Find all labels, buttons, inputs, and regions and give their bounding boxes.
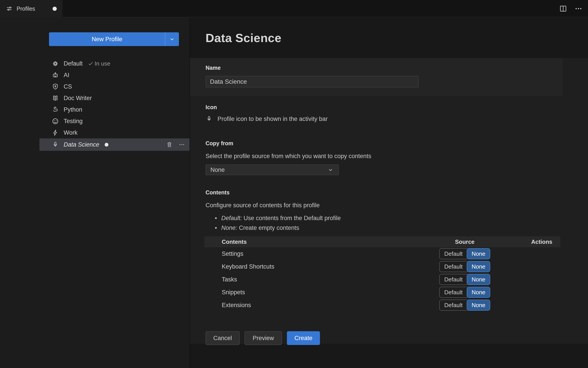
trash-icon[interactable] [166, 141, 173, 148]
source-toggle: Default None [439, 261, 490, 272]
new-profile-label: New Profile [49, 32, 165, 46]
profile-item-testing[interactable]: Testing [39, 115, 190, 127]
bullet-default: • Default: Use contents from the Default… [205, 213, 588, 223]
source-default-button[interactable]: Default [439, 248, 467, 259]
profile-label: Data Science [64, 141, 99, 148]
source-toggle: Default None [439, 287, 490, 298]
cancel-button[interactable]: Cancel [205, 331, 240, 345]
header-contents: Contents [204, 239, 439, 245]
profile-label: Work [64, 129, 77, 136]
profile-detail-pane: Data Science Name Icon Profile ico [190, 17, 588, 368]
source-default-button[interactable]: Default [439, 261, 467, 272]
zap-icon [52, 129, 59, 136]
contents-description: Configure source of contents for this pr… [205, 202, 588, 209]
source-toggle: Default None [439, 300, 490, 311]
profile-item-ai[interactable]: AI [39, 69, 190, 81]
table-row-snippets: Snippets Default None [204, 286, 560, 299]
table-row-tasks: Tasks Default None [204, 273, 560, 286]
sliders-icon [6, 5, 13, 12]
name-label: Name [205, 65, 562, 71]
profile-list: Default In use [39, 58, 190, 151]
create-button[interactable]: Create [287, 331, 320, 345]
more-actions-icon[interactable] [574, 4, 583, 13]
contents-bullet-list: • Default: Use contents from the Default… [205, 213, 588, 233]
source-default-button[interactable]: Default [439, 274, 467, 285]
in-use-badge: In use [87, 60, 110, 67]
icon-description: Profile icon to be shown in the activity… [218, 116, 328, 122]
profiles-sidebar: New Profile Default [0, 17, 190, 368]
profile-label: Python [64, 106, 82, 113]
icon-picker-row[interactable]: Profile icon to be shown in the activity… [205, 115, 588, 122]
profile-label: Doc Writer [64, 95, 92, 102]
robot-icon [52, 72, 59, 79]
source-none-button[interactable]: None [467, 248, 490, 259]
profile-form-panel: Name Icon Profile icon to be shown in th… [190, 58, 588, 344]
source-default-button[interactable]: Default [439, 300, 467, 311]
source-none-button[interactable]: None [467, 261, 490, 272]
profile-item-work[interactable]: Work [39, 127, 190, 138]
header-actions: Actions [490, 239, 560, 245]
profile-item-default[interactable]: Default In use [39, 58, 190, 69]
book-icon [52, 94, 59, 102]
new-profile-dropdown-button[interactable] [165, 32, 179, 46]
contents-section-label: Contents [205, 189, 588, 196]
copy-from-label: Copy from [205, 140, 588, 147]
page-title: Data Science [205, 31, 588, 45]
header-source: Source [439, 239, 490, 245]
profile-label: Default [64, 60, 83, 67]
table-row-extensions: Extensions Default None [204, 299, 560, 312]
new-profile-button[interactable]: New Profile [49, 32, 179, 46]
copy-from-select[interactable]: None [205, 165, 339, 175]
contents-table-header: Contents Source Actions [204, 236, 560, 247]
profile-name-input[interactable] [205, 76, 419, 87]
profile-label: Testing [64, 118, 83, 125]
more-icon[interactable] [178, 141, 185, 148]
editor-actions [559, 0, 583, 17]
source-none-button[interactable]: None [467, 287, 490, 298]
smiley-icon [52, 118, 59, 125]
icon-section-label: Icon [205, 104, 588, 110]
table-row-keyboard-shortcuts: Keyboard Shortcuts Default None [204, 260, 560, 273]
source-default-button[interactable]: Default [439, 287, 467, 298]
profile-label: AI [64, 72, 69, 79]
microphone-icon [52, 141, 59, 148]
profile-item-data-science[interactable]: Data Science [39, 138, 190, 151]
bullet-none: • None: Create empty contents [205, 223, 588, 233]
profile-item-cs[interactable]: CS [39, 81, 190, 92]
gear-icon [52, 60, 59, 67]
editor-tab-bar: Profiles [0, 0, 588, 17]
profile-item-python[interactable]: Python [39, 104, 190, 115]
table-row-settings: Settings Default None [204, 247, 560, 260]
chevron-down-icon [327, 166, 334, 173]
source-none-button[interactable]: None [467, 274, 490, 285]
name-section: Name [190, 58, 562, 96]
tab-label: Profiles [17, 6, 35, 12]
shield-icon [52, 83, 59, 90]
profile-modified-dot [105, 143, 108, 147]
copy-from-description: Select the profile source from which you… [205, 153, 588, 160]
check-icon [87, 60, 94, 67]
contents-table: Contents Source Actions Settings Default… [204, 236, 560, 312]
tab-modified-dot[interactable] [53, 7, 57, 11]
footer-actions: Cancel Preview Create [190, 331, 588, 345]
source-none-button[interactable]: None [467, 300, 490, 311]
profile-item-doc-writer[interactable]: Doc Writer [39, 92, 190, 104]
split-editor-icon[interactable] [559, 4, 568, 13]
profile-label: CS [64, 83, 72, 90]
snake-icon [52, 106, 59, 113]
source-toggle: Default None [439, 248, 490, 259]
tab-profiles[interactable]: Profiles [0, 0, 63, 17]
copy-from-selected-value: None [210, 166, 225, 173]
microphone-icon [205, 115, 213, 122]
source-toggle: Default None [439, 274, 490, 285]
profiles-editor-window: Profiles New Profile [0, 0, 588, 368]
profile-row-actions [166, 141, 185, 148]
preview-button[interactable]: Preview [245, 331, 282, 345]
